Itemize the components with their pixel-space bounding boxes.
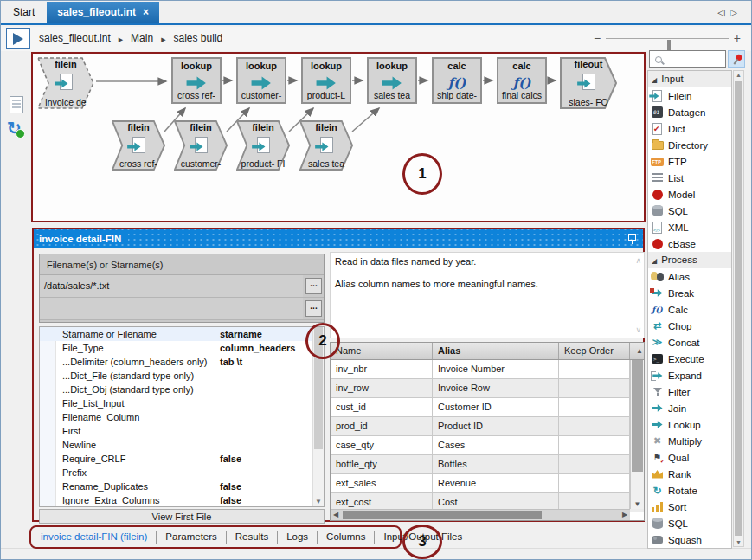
palette-item-chop[interactable]: Chop [648, 318, 731, 334]
section-process[interactable]: Process [648, 252, 731, 268]
tab-invoice-detail[interactable]: invoice detail-FIN (filein) [32, 531, 157, 544]
panel-titlebar[interactable]: invoice detail-FIN [34, 229, 643, 248]
flow-node-filein-product[interactable]: filein product- FI [236, 120, 290, 171]
tab-parameters[interactable]: Parameters [157, 531, 226, 544]
palette-item-filter[interactable]: Filter [648, 383, 731, 400]
palette-item-rotate[interactable]: Rotate [648, 482, 731, 499]
pin-palette-button[interactable] [728, 50, 745, 68]
palette-item-sort[interactable]: Sort [648, 499, 731, 515]
grid-row[interactable]: case_qtyCases [331, 436, 644, 455]
breadcrumb-sales-build[interactable]: sales build [174, 32, 223, 44]
palette-item-directory[interactable]: Directory [648, 137, 731, 153]
property-row[interactable]: ...Delimiter (column_headers only)tab \t [40, 355, 324, 369]
flow-node-lookup-salestea[interactable]: lookup sales tea [367, 57, 417, 104]
flow-node-filein-invoice[interactable]: filein invoice de [37, 57, 94, 109]
palette-item-join[interactable]: Join [648, 400, 731, 416]
grid-row[interactable]: inv_rowInvoice Row [331, 379, 644, 398]
view-first-file-button[interactable]: View First File [39, 509, 325, 524]
palette-item-sql-process[interactable]: SQL [648, 515, 731, 531]
tab-scroll-arrows[interactable]: ◁▷ [717, 7, 751, 23]
grid-row[interactable]: prod_idProduct ID [331, 417, 644, 436]
browse-button[interactable]: ... [305, 278, 322, 294]
property-row[interactable]: First [40, 424, 324, 438]
pin-panel-icon[interactable] [627, 234, 636, 244]
close-tab-icon[interactable]: × [143, 6, 149, 18]
flow-node-lookup-crossref[interactable]: lookup cross ref- [171, 57, 222, 104]
palette-item-model[interactable]: Model [648, 186, 731, 203]
tab-columns[interactable]: Columns [318, 531, 375, 544]
palette-item-alias[interactable]: Alias [648, 268, 731, 285]
property-row[interactable]: Newline [40, 438, 324, 452]
flow-node-filein-salestea[interactable]: filein sales tea [299, 120, 353, 171]
breadcrumb-file[interactable]: sales_fileout.int [39, 32, 111, 44]
palette-item-execute[interactable]: Execute [648, 351, 731, 367]
grid-row[interactable]: cust_idCustomer ID [331, 398, 644, 417]
grid-col-keeporder[interactable]: Keep Order [559, 343, 630, 359]
grid-row[interactable]: inv_nbrInvoice Number [331, 360, 644, 379]
filename-value[interactable]: /data/sales/*.txt [40, 275, 303, 297]
section-input[interactable]: Input [648, 71, 731, 87]
browse-button[interactable]: ... [305, 300, 322, 317]
palette-item-filein[interactable]: Filein [648, 87, 731, 104]
scroll-left-icon[interactable]: ◀ [331, 510, 341, 520]
palette-item-multiply[interactable]: Multiply [648, 433, 731, 449]
flow-node-calc-shipdate[interactable]: calc ship date- [432, 57, 482, 104]
property-row[interactable]: Starname or Filenamestarname [40, 327, 324, 341]
grid-row[interactable]: ext_salesRevenue [331, 474, 644, 493]
grid-row[interactable]: bottle_qtyBottles [331, 455, 644, 474]
run-history-icon[interactable] [7, 119, 22, 137]
run-button[interactable] [6, 28, 30, 49]
grid-col-name[interactable]: Name [331, 343, 433, 359]
scroll-up-icon[interactable]: ∧ [635, 256, 641, 265]
scroll-right-icon[interactable]: ▶ [620, 510, 630, 520]
property-row[interactable]: File_Typecolumn_headers [40, 341, 324, 355]
property-row[interactable]: Require_CRLFfalse [40, 452, 324, 466]
flow-node-filein-crossref[interactable]: filein cross ref- [112, 120, 165, 171]
palette-scrollbar[interactable]: ▲ ▼ [733, 70, 744, 547]
description-box[interactable]: Read in data files named by year. Alias … [330, 252, 645, 338]
palette-item-list[interactable]: List [648, 170, 731, 186]
breadcrumb-main[interactable]: Main [131, 32, 153, 44]
scroll-down-icon[interactable]: ▼ [734, 539, 743, 545]
palette-item-lookup[interactable]: Lookup [648, 416, 731, 433]
palette-item-ftp[interactable]: FTP [648, 153, 731, 170]
palette-item-squash[interactable]: Squash [648, 531, 731, 548]
property-row[interactable]: ...Dict_Obj (standard type only) [40, 383, 324, 396]
zoom-out-button[interactable]: − [594, 31, 601, 45]
zoom-slider-track[interactable] [606, 38, 729, 39]
flow-node-filein-customer[interactable]: filein customer- [174, 120, 228, 171]
property-row[interactable]: File_List_Input [40, 396, 324, 410]
palette-item-rank[interactable]: Rank [648, 466, 731, 482]
palette-item-qual[interactable]: Qual [648, 449, 731, 466]
palette-item-cbase[interactable]: cBase [648, 235, 731, 252]
flow-canvas[interactable]: filein invoice de lookup cross ref- look… [31, 52, 646, 222]
scroll-down-icon[interactable]: ∨ [635, 325, 641, 334]
property-row[interactable]: ...Dict_File (standard type only) [40, 369, 324, 383]
flow-node-fileout-sales[interactable]: fileout slaes- FO [560, 57, 617, 109]
scrollbar-thumb[interactable] [343, 511, 542, 519]
palette-item-dict[interactable]: Dict [648, 120, 731, 137]
tab-results[interactable]: Results [227, 531, 278, 544]
flow-node-lookup-customer[interactable]: lookup customer- [236, 57, 286, 104]
grid-horizontal-scrollbar[interactable]: ◀▶ [331, 509, 630, 520]
palette-item-xml[interactable]: XML [648, 219, 731, 235]
palette-item-calc[interactable]: Calc [648, 301, 731, 318]
palette-search-input[interactable] [649, 50, 726, 68]
tab-sales-fileout[interactable]: sales_fileout.int × [47, 2, 159, 23]
zoom-in-button[interactable]: + [734, 31, 741, 45]
scroll-up-icon[interactable]: ▲ [734, 72, 743, 78]
flow-node-calc-finalcalcs[interactable]: calc final calcs [497, 57, 547, 104]
tab-start[interactable]: Start [1, 2, 47, 23]
grid-col-alias[interactable]: Alias [433, 343, 559, 359]
scroll-down-icon[interactable]: ▼ [313, 498, 324, 505]
scrollbar-thumb[interactable] [632, 360, 643, 472]
property-row[interactable]: Filename_Column [40, 410, 324, 424]
scroll-up-icon[interactable]: ▲ [630, 343, 644, 359]
scroll-down-icon[interactable]: ▼ [631, 500, 644, 508]
palette-item-expand[interactable]: Expand [648, 367, 731, 383]
grid-vertical-scrollbar[interactable]: ▼ [630, 360, 644, 509]
property-row[interactable]: Rename_Duplicatesfalse [40, 480, 324, 493]
palette-item-datagen[interactable]: Datagen [648, 104, 731, 120]
property-row[interactable]: Ignore_Extra_Columnsfalse [40, 493, 324, 507]
flow-node-lookup-product[interactable]: lookup product-L [301, 57, 351, 104]
